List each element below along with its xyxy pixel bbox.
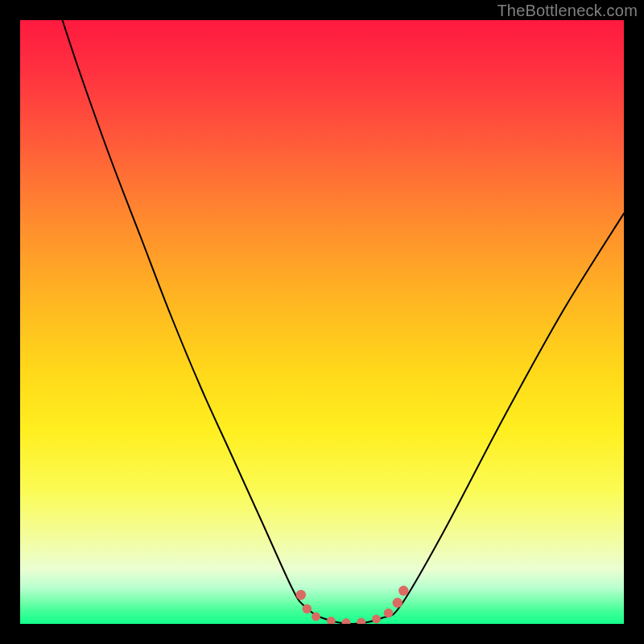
valley-marker xyxy=(303,605,312,614)
watermark-text: TheBottleneck.com xyxy=(497,2,638,20)
outer-frame: TheBottleneck.com xyxy=(0,0,644,644)
plot-area xyxy=(20,20,624,624)
valley-marker xyxy=(296,590,306,600)
valley-marker xyxy=(327,617,336,624)
valley-marker xyxy=(312,613,320,621)
bottleneck-curve xyxy=(63,20,625,624)
valley-markers xyxy=(296,586,409,624)
valley-marker xyxy=(342,618,351,624)
valley-marker xyxy=(393,598,402,608)
curve-layer xyxy=(20,20,624,624)
valley-marker xyxy=(398,586,408,596)
valley-marker xyxy=(384,609,394,618)
valley-marker xyxy=(372,615,381,624)
valley-marker xyxy=(357,617,365,624)
